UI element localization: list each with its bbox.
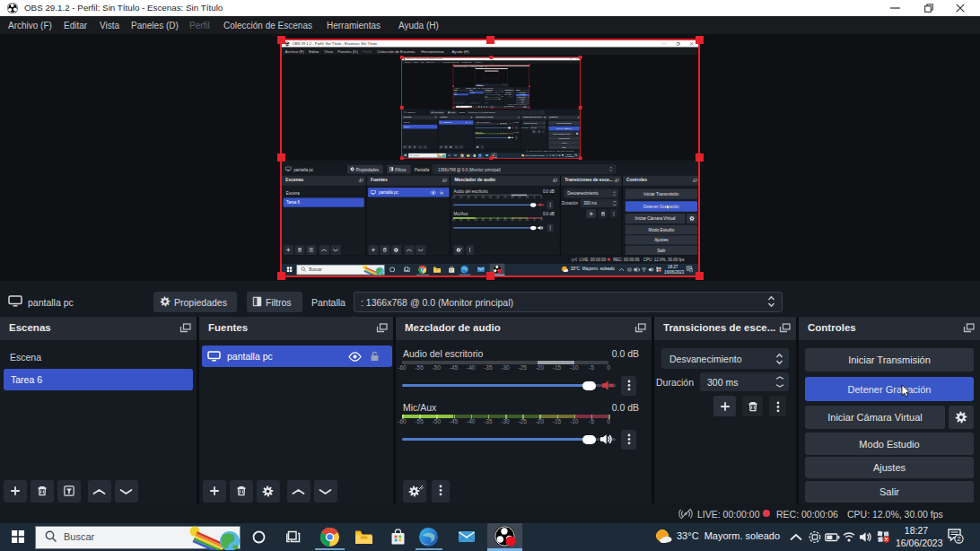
svg-text:2: 2 (957, 535, 961, 543)
